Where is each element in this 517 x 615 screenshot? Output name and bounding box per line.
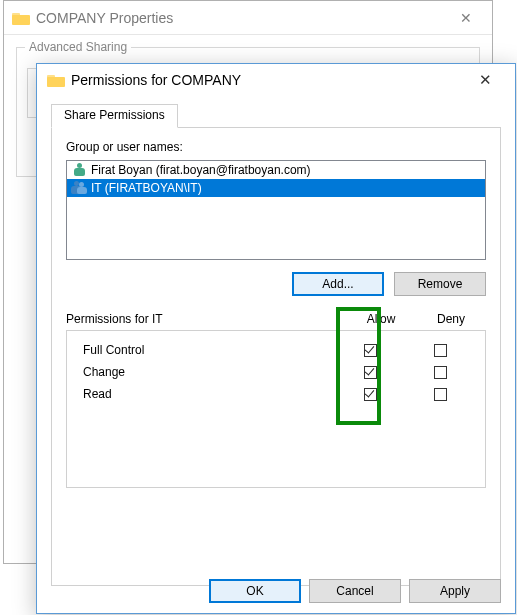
permissions-titlebar[interactable]: Permissions for COMPANY ✕ xyxy=(37,64,515,96)
permission-row: Full Control xyxy=(77,339,475,361)
advanced-sharing-label: Advanced Sharing xyxy=(25,40,131,54)
ok-button[interactable]: OK xyxy=(209,579,301,603)
deny-checkbox-read[interactable] xyxy=(434,388,447,401)
close-icon[interactable]: ✕ xyxy=(465,64,505,96)
allow-checkbox-change[interactable] xyxy=(364,366,377,379)
permissions-header-row: Permissions for IT Allow Deny xyxy=(66,312,486,326)
list-item-label: Firat Boyan (firat.boyan@firatboyan.com) xyxy=(91,163,311,177)
group-user-names-label: Group or user names: xyxy=(66,140,486,154)
tab-share-permissions[interactable]: Share Permissions xyxy=(51,104,178,128)
add-button[interactable]: Add... xyxy=(292,272,384,296)
button-label: Apply xyxy=(440,584,470,598)
deny-checkbox-change[interactable] xyxy=(434,366,447,379)
list-item-label: IT (FIRATBOYAN\IT) xyxy=(91,181,202,195)
button-label: Cancel xyxy=(336,584,373,598)
permissions-for-label: Permissions for IT xyxy=(66,312,346,326)
deny-column-header: Deny xyxy=(416,312,486,326)
group-icon xyxy=(71,180,87,196)
user-buttons: Add... Remove xyxy=(66,272,486,296)
cancel-button[interactable]: Cancel xyxy=(309,579,401,603)
folder-icon xyxy=(12,11,30,25)
button-label: Remove xyxy=(418,277,463,291)
permission-row: Read xyxy=(77,383,475,405)
allow-checkbox-read[interactable] xyxy=(364,388,377,401)
tab-bar: Share Permissions xyxy=(51,104,501,128)
permissions-window: Permissions for COMPANY ✕ Share Permissi… xyxy=(36,63,516,614)
user-icon xyxy=(71,162,87,178)
tab-label: Share Permissions xyxy=(64,108,165,122)
remove-button[interactable]: Remove xyxy=(394,272,486,296)
permission-name: Change xyxy=(77,365,335,379)
button-label: Add... xyxy=(322,277,353,291)
permissions-list: Full Control Change Read xyxy=(66,330,486,488)
allow-column-header: Allow xyxy=(346,312,416,326)
permissions-body: Share Permissions Group or user names: F… xyxy=(37,96,515,586)
permissions-title: Permissions for COMPANY xyxy=(65,72,465,88)
properties-title: COMPANY Properties xyxy=(30,10,448,26)
tab-content: Group or user names: Firat Boyan (firat.… xyxy=(51,128,501,586)
list-item[interactable]: IT (FIRATBOYAN\IT) xyxy=(67,179,485,197)
user-list[interactable]: Firat Boyan (firat.boyan@firatboyan.com)… xyxy=(66,160,486,260)
apply-button[interactable]: Apply xyxy=(409,579,501,603)
permission-row: Change xyxy=(77,361,475,383)
dialog-buttons: OK Cancel Apply xyxy=(37,579,515,603)
folder-icon xyxy=(47,73,65,87)
button-label: OK xyxy=(246,584,263,598)
close-icon[interactable]: ✕ xyxy=(448,10,484,26)
list-item[interactable]: Firat Boyan (firat.boyan@firatboyan.com) xyxy=(67,161,485,179)
deny-checkbox-full-control[interactable] xyxy=(434,344,447,357)
permission-name: Full Control xyxy=(77,343,335,357)
allow-checkbox-full-control[interactable] xyxy=(364,344,377,357)
properties-titlebar[interactable]: COMPANY Properties ✕ xyxy=(4,1,492,35)
permission-name: Read xyxy=(77,387,335,401)
